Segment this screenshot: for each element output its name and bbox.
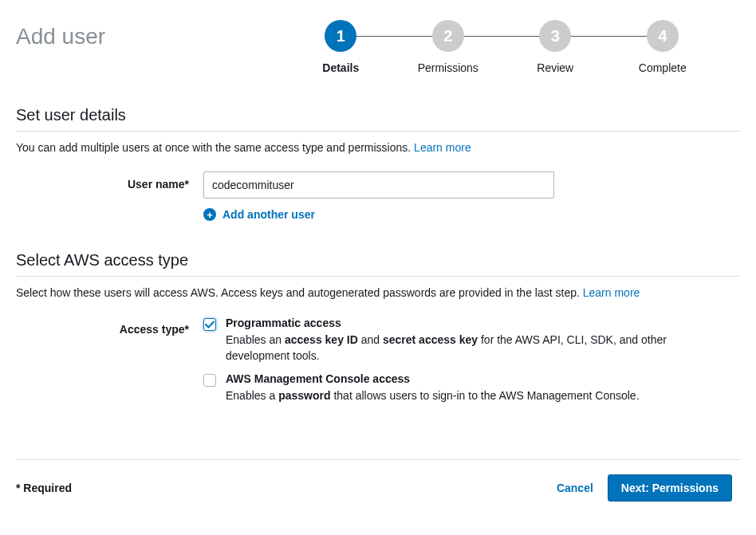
desc-part: Enables an: [226, 333, 285, 346]
desc-bold: password: [278, 389, 330, 402]
user-details-section: Set user details You can add multiple us…: [16, 106, 740, 221]
desc-part: Enables a: [226, 389, 278, 402]
step-review: 3 Review: [502, 20, 609, 74]
step-number: 4: [647, 20, 679, 52]
desc-bold: access key ID: [285, 333, 358, 346]
wizard-stepper: 1 Details 2 Permissions 3 Review 4 Compl…: [287, 16, 740, 74]
divider: [16, 276, 740, 277]
cancel-button[interactable]: Cancel: [557, 482, 593, 494]
access-type-label: Access type*: [16, 317, 203, 336]
access-option-console: AWS Management Console access Enables a …: [203, 372, 740, 403]
step-label: Permissions: [418, 61, 478, 74]
learn-more-link[interactable]: Learn more: [583, 286, 640, 299]
desc-part: and: [358, 333, 383, 346]
step-details: 1 Details: [287, 20, 395, 74]
learn-more-link[interactable]: Learn more: [414, 141, 471, 154]
checkbox-programmatic[interactable]: [203, 318, 216, 331]
check-icon: [205, 320, 215, 329]
step-number: 2: [432, 20, 464, 52]
plus-circle-icon: +: [203, 208, 216, 221]
step-label: Complete: [639, 61, 687, 74]
desc-bold: secret access key: [383, 333, 478, 346]
desc-text: Select how these users will access AWS. …: [16, 286, 583, 299]
option-title: AWS Management Console access: [226, 372, 672, 385]
divider: [16, 131, 740, 132]
step-number: 3: [539, 20, 571, 52]
step-permissions: 2 Permissions: [395, 20, 502, 74]
step-number: 1: [325, 20, 356, 52]
desc-text: You can add multiple users at once with …: [16, 141, 414, 154]
desc-part: that allows users to sign-in to the AWS …: [331, 389, 640, 402]
username-input[interactable]: [203, 171, 554, 199]
section-desc: Select how these users will access AWS. …: [16, 286, 740, 299]
section-desc: You can add multiple users at once with …: [16, 141, 740, 154]
option-title: Programmatic access: [226, 317, 672, 329]
add-another-label: Add another user: [222, 208, 315, 221]
next-permissions-button[interactable]: Next: Permissions: [608, 474, 732, 502]
page-title: Add user: [16, 16, 287, 49]
step-label: Details: [322, 61, 359, 74]
section-title-access-type: Select AWS access type: [16, 251, 740, 269]
option-desc: Enables an access key ID and secret acce…: [226, 332, 672, 364]
step-label: Review: [537, 61, 573, 74]
add-another-user-button[interactable]: + Add another user: [203, 208, 740, 221]
checkbox-console[interactable]: [203, 374, 216, 387]
step-complete: 4 Complete: [609, 20, 717, 74]
section-title-user-details: Set user details: [16, 106, 740, 124]
access-option-programmatic: Programmatic access Enables an access ke…: [203, 317, 740, 364]
access-type-section: Select AWS access type Select how these …: [16, 251, 740, 411]
required-note: * Required: [16, 482, 72, 494]
option-desc: Enables a password that allows users to …: [226, 387, 672, 403]
username-label: User name*: [16, 171, 203, 191]
footer: * Required Cancel Next: Permissions: [16, 459, 740, 502]
divider: [16, 459, 740, 460]
